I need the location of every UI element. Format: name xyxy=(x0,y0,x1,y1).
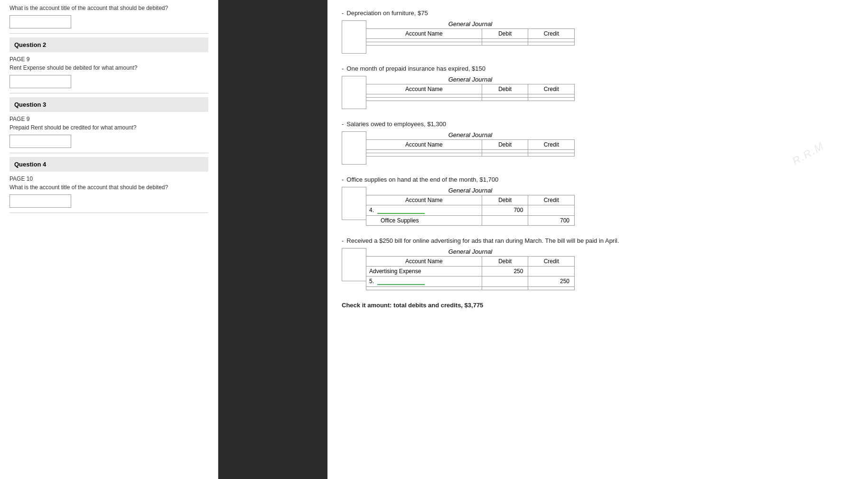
table-row xyxy=(366,150,575,153)
table-row xyxy=(366,39,575,42)
q4-input[interactable] xyxy=(9,194,71,208)
entry-4-row2-credit: 700 xyxy=(528,215,575,225)
entry-5-row1-debit: 250 xyxy=(482,266,528,276)
q3-input[interactable] xyxy=(9,135,71,148)
q4-header: Question 4 xyxy=(9,157,208,172)
entry-1-table: General Journal Account Name Debit Credi… xyxy=(366,20,575,46)
entry-4-row2-name: Office Supplies xyxy=(366,215,482,225)
entry-4-table: General Journal Account Name Debit Credi… xyxy=(366,187,575,226)
entry-4-row1-input[interactable] xyxy=(377,207,425,214)
entry-1-journal-wrapper: General Journal Account Name Debit Credi… xyxy=(342,20,854,54)
entry-5-col-name: Account Name xyxy=(366,256,482,266)
entry-1-col-debit: Debit xyxy=(482,29,528,39)
entry-5-row1-credit xyxy=(528,266,575,276)
entry-4-description: -Office supplies on hand at the end of t… xyxy=(342,176,854,183)
q2-header: Question 2 xyxy=(9,37,208,52)
q2-text: Rent Expense should be debited for what … xyxy=(9,64,208,71)
entry-5-date-box xyxy=(342,248,366,281)
entry-5-row2-credit: 250 xyxy=(528,276,575,286)
entry-2-col-name: Account Name xyxy=(366,84,482,94)
entry-4-col-credit: Credit xyxy=(528,195,575,205)
entry-3-journal-wrapper: General Journal Account Name Debit Credi… xyxy=(342,131,854,165)
entry-3-col-name: Account Name xyxy=(366,140,482,150)
entry-3-table: General Journal Account Name Debit Credi… xyxy=(366,131,575,157)
entry-4-journal-wrapper: General Journal Account Name Debit Credi… xyxy=(342,187,854,226)
entry-2-col-credit: Credit xyxy=(528,84,575,94)
q4-page: PAGE 10 xyxy=(9,175,208,182)
q3-page: PAGE 9 xyxy=(9,116,208,122)
q3-header: Question 3 xyxy=(9,97,208,112)
entry-2-description: -One month of prepaid insurance has expi… xyxy=(342,65,854,72)
entry-4: -Office supplies on hand at the end of t… xyxy=(342,176,854,226)
entry-5-row1-name: Advertising Expense xyxy=(366,266,482,276)
table-row: Advertising Expense 250 xyxy=(366,266,575,276)
entry-3-description: -Salaries owed to employees, $1,300 xyxy=(342,120,854,128)
q4-text: What is the account title of the account… xyxy=(9,184,208,191)
entry-3-col-credit: Credit xyxy=(528,140,575,150)
table-row: Office Supplies 700 xyxy=(366,215,575,225)
table-row xyxy=(366,153,575,157)
entry-4-row1-debit: 700 xyxy=(482,205,528,216)
table-row xyxy=(366,286,575,290)
entry-3-caption: General Journal xyxy=(366,131,575,139)
entry-5-description: -Received a $250 bill for online adverti… xyxy=(342,237,854,244)
center-divider xyxy=(218,0,327,479)
entry-3: -Salaries owed to employees, $1,300 Gene… xyxy=(342,120,854,165)
entry-4-date-box xyxy=(342,187,366,220)
entry-1: -Depreciation on furniture, $75 General … xyxy=(342,9,854,54)
q2-page: PAGE 9 xyxy=(9,56,208,63)
entry-5-journal-wrapper: General Journal Account Name Debit Credi… xyxy=(342,248,854,290)
entry-4-caption: General Journal xyxy=(366,187,575,195)
q0-input[interactable] xyxy=(9,15,71,28)
entry-4-row2-debit xyxy=(482,215,528,225)
entry-4-col-name: Account Name xyxy=(366,195,482,205)
watermark: R.R.M xyxy=(790,140,826,168)
q3-text: Prepaid Rent should be credited for what… xyxy=(9,124,208,131)
entry-4-row1-credit xyxy=(528,205,575,216)
entry-5: -Received a $250 bill for online adverti… xyxy=(342,237,854,290)
entry-5-row2-debit xyxy=(482,276,528,286)
table-row xyxy=(366,94,575,98)
table-row: 4. 700 xyxy=(366,205,575,216)
table-row xyxy=(366,42,575,46)
q2-input[interactable] xyxy=(9,75,71,88)
entry-5-col-debit: Debit xyxy=(482,256,528,266)
entry-1-date-box xyxy=(342,20,366,54)
entry-5-row2-num: 5. xyxy=(369,278,374,285)
entry-5-row2-input[interactable] xyxy=(377,278,425,285)
entry-3-col-debit: Debit xyxy=(482,140,528,150)
entry-2: -One month of prepaid insurance has expi… xyxy=(342,65,854,109)
entry-1-description: -Depreciation on furniture, $75 xyxy=(342,9,854,17)
entry-1-caption: General Journal xyxy=(366,20,575,28)
entry-2-journal-wrapper: General Journal Account Name Debit Credi… xyxy=(342,76,854,109)
entry-5-col-credit: Credit xyxy=(528,256,575,266)
entry-4-row1-num: 4. xyxy=(369,207,374,213)
check-amount: Check it amount: total debits and credit… xyxy=(342,302,854,309)
entry-1-col-credit: Credit xyxy=(528,29,575,39)
entry-3-date-box xyxy=(342,131,366,165)
entry-5-caption: General Journal xyxy=(366,248,575,256)
right-panel: -Depreciation on furniture, $75 General … xyxy=(327,0,868,479)
entry-2-col-debit: Debit xyxy=(482,84,528,94)
left-panel: What is the account title of the account… xyxy=(0,0,218,479)
table-row: 5. 250 xyxy=(366,276,575,286)
entry-2-date-box xyxy=(342,76,366,109)
entry-2-caption: General Journal xyxy=(366,76,575,84)
q0-text: What is the account title of the account… xyxy=(9,5,208,11)
entry-4-col-debit: Debit xyxy=(482,195,528,205)
table-row xyxy=(366,98,575,101)
entry-5-table: General Journal Account Name Debit Credi… xyxy=(366,248,575,290)
entry-2-table: General Journal Account Name Debit Credi… xyxy=(366,76,575,101)
entry-1-col-name: Account Name xyxy=(366,29,482,39)
